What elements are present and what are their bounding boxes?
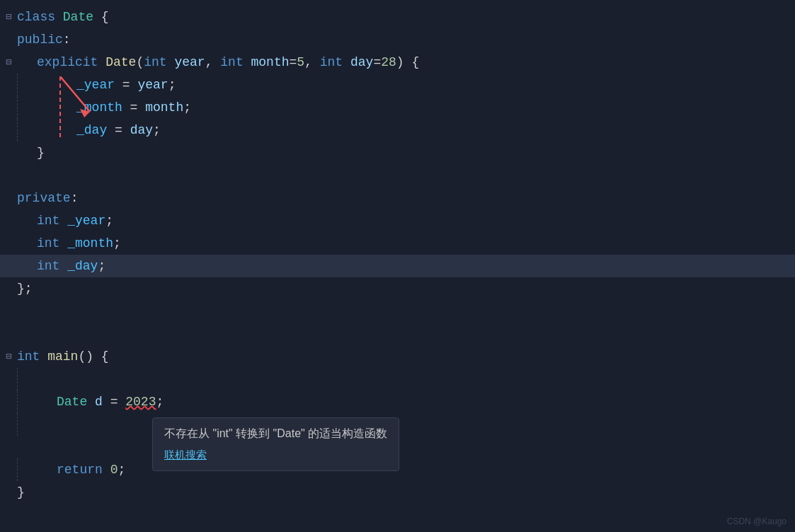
semi2: ; — [183, 98, 191, 118]
class-end-brace: }; — [17, 279, 33, 299]
fold-icon-22 — [6, 485, 16, 500]
keyword-explicit: explicit — [37, 52, 105, 73]
param-month: month — [251, 52, 290, 73]
member-month: _month — [76, 98, 122, 118]
line-13: }; — [0, 277, 795, 300]
eq2: = — [373, 52, 381, 73]
param-day: day — [350, 52, 373, 73]
member-day: _day — [76, 120, 107, 141]
fold-icon-18 — [6, 394, 16, 410]
line-16: ⊟ int main() { — [0, 345, 795, 368]
default-5: 5 — [297, 52, 304, 73]
semi-month: ; — [113, 233, 121, 254]
assign-op1: = — [115, 75, 137, 96]
semi-return: ; — [118, 460, 125, 480]
param-type-int2: int — [220, 52, 251, 73]
line-15 — [0, 323, 795, 345]
line-2: public: — [0, 28, 795, 51]
fold-icon-9 — [6, 190, 16, 206]
colon-private: : — [71, 188, 79, 209]
val-2023: 2023 — [125, 392, 156, 412]
fold-icon-12 — [6, 258, 16, 274]
line-9: private: — [0, 187, 795, 209]
line-11: int _month; — [0, 232, 795, 255]
type-int-month: int — [37, 233, 67, 254]
fold-icon-6 — [6, 122, 16, 138]
type-int-day: int — [37, 256, 67, 277]
assign-op2: = — [122, 98, 145, 118]
line-18: Date d = 2023; — [0, 391, 795, 413]
line-7: } — [0, 141, 795, 164]
class-name: Date — [63, 7, 101, 28]
fold-icon-17 — [6, 371, 16, 387]
eq1: = — [290, 52, 297, 73]
comma2: , — [304, 52, 320, 73]
comma1: , — [205, 52, 221, 73]
fold-icon-5 — [6, 100, 16, 115]
func-main: main — [47, 347, 78, 367]
fold-icon-2 — [6, 32, 16, 47]
assign-op3: = — [107, 120, 130, 141]
line-14 — [0, 300, 795, 323]
fold-icon-8 — [6, 168, 16, 183]
param-type-int3: int — [320, 52, 350, 73]
line-1: ⊟ class Date { — [0, 6, 795, 28]
val-month: month — [145, 98, 183, 118]
semi-day: ; — [98, 256, 105, 277]
line-4: _year = year; — [0, 74, 795, 96]
line-6: _day = day; — [0, 119, 795, 141]
line-8 — [0, 164, 795, 187]
field-day: _day — [67, 256, 98, 277]
field-month: _month — [67, 233, 113, 254]
keyword-private: private — [17, 188, 71, 209]
fold-icon-4 — [6, 77, 16, 93]
colon: : — [63, 30, 71, 50]
fold-icon-7 — [6, 145, 16, 161]
fold-icon-3[interactable]: ⊟ — [6, 54, 16, 70]
code-editor: ⊟ class Date { public: ⊟ explicit Date(i… — [0, 0, 795, 532]
error-tooltip: 不存在从 "int" 转换到 "Date" 的适当构造函数 联机搜索 — [152, 417, 399, 471]
type-date-stmt: Date — [57, 392, 95, 412]
line-3: ⊟ explicit Date(int year, int month=5, i… — [0, 51, 795, 74]
val-day: day — [130, 120, 153, 141]
member-year: _year — [76, 75, 115, 96]
fold-icon-16[interactable]: ⊟ — [6, 349, 16, 364]
paren-close-brace: ) { — [396, 52, 419, 73]
func-name-date: Date — [105, 52, 136, 73]
fold-icon-21 — [6, 462, 16, 478]
line-10: int _year; — [0, 209, 795, 232]
semi-d: ; — [156, 392, 164, 412]
fold-icon-11 — [6, 236, 16, 251]
param-year: year — [174, 52, 205, 73]
type-int-year: int — [37, 211, 67, 231]
keyword-class: class — [17, 7, 63, 28]
fold-icon-10 — [6, 213, 16, 229]
type-int-main: int — [17, 347, 47, 367]
tooltip-search-link[interactable]: 联机搜索 — [164, 449, 387, 462]
default-28: 28 — [381, 52, 396, 73]
semi-year: ; — [105, 211, 113, 231]
line-17 — [0, 368, 795, 391]
keyword-public: public — [17, 30, 63, 50]
keyword-return: return — [57, 460, 110, 480]
line-12: int _day; — [0, 255, 795, 277]
fold-icon-1[interactable]: ⊟ — [6, 9, 16, 25]
close-brace-1: } — [37, 143, 45, 163]
brace: { — [101, 7, 109, 28]
assign-op-d: = — [110, 392, 126, 412]
semi1: ; — [168, 75, 176, 96]
main-parens: () { — [78, 347, 108, 367]
line-5: _month = month; — [0, 96, 795, 119]
fold-icon-19 — [6, 417, 16, 432]
fold-icon-13 — [6, 281, 16, 296]
tooltip-error-text: 不存在从 "int" 转换到 "Date" 的适当构造函数 — [164, 427, 387, 441]
paren-open: ( — [136, 52, 144, 73]
val-year: year — [137, 75, 168, 96]
param-type-int1: int — [144, 52, 174, 73]
var-d: d — [95, 392, 110, 412]
line-22: } — [0, 481, 795, 504]
fold-icon-14 — [6, 303, 16, 319]
watermark: CSDN @Kaugo — [727, 516, 787, 526]
field-year: _year — [67, 211, 105, 231]
main-close-brace: } — [17, 482, 25, 503]
